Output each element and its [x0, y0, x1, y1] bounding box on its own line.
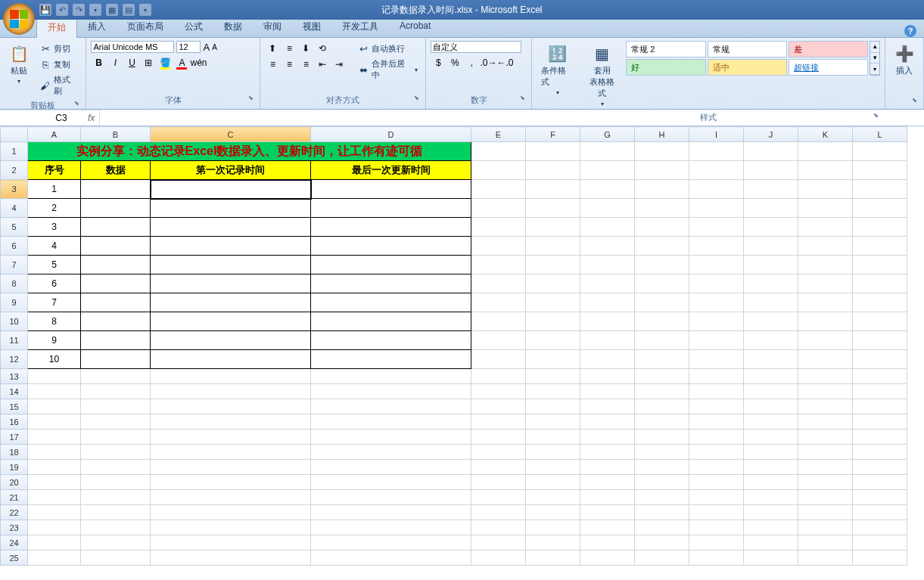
- row-header-12[interactable]: 12: [1, 350, 28, 369]
- cell-B10[interactable]: [81, 312, 151, 331]
- cell-H6[interactable]: [635, 237, 689, 256]
- cell-H11[interactable]: [635, 331, 689, 350]
- cell-F15[interactable]: [526, 399, 580, 414]
- cell-J12[interactable]: [744, 350, 798, 369]
- cell-A3[interactable]: 1: [28, 180, 81, 199]
- gallery-up-icon[interactable]: ▲: [870, 42, 879, 53]
- cell-A6[interactable]: 4: [28, 237, 81, 256]
- cell-D15[interactable]: [311, 399, 471, 414]
- cell-F9[interactable]: [526, 293, 580, 312]
- style-hyperlink[interactable]: 超链接: [789, 59, 868, 76]
- cell-C3[interactable]: [151, 180, 311, 199]
- format-as-table-button[interactable]: ▦ 套用 表格格式▾: [581, 41, 623, 110]
- cell-C18[interactable]: [151, 445, 311, 460]
- cell-L16[interactable]: [853, 414, 907, 430]
- cell-K9[interactable]: [798, 293, 853, 312]
- cell-K16[interactable]: [798, 414, 853, 430]
- cell-B19[interactable]: [81, 460, 151, 475]
- cell-K5[interactable]: [798, 218, 853, 237]
- cell-H10[interactable]: [635, 312, 689, 331]
- cell-I15[interactable]: [689, 399, 744, 414]
- row-header-13[interactable]: 13: [1, 369, 28, 384]
- cell-G24[interactable]: [580, 535, 635, 551]
- cell-H18[interactable]: [635, 445, 689, 460]
- cell-E10[interactable]: [471, 312, 526, 331]
- cell-B15[interactable]: [81, 399, 151, 414]
- cell-E20[interactable]: [471, 475, 526, 490]
- cell-G22[interactable]: [580, 505, 635, 520]
- cell-H2[interactable]: [635, 161, 689, 180]
- cell-G6[interactable]: [580, 237, 635, 256]
- cell-F22[interactable]: [526, 505, 580, 520]
- merge-center-button[interactable]: ⬌合并后居中▾: [354, 57, 421, 82]
- shrink-font-button[interactable]: A: [212, 43, 217, 51]
- cell-K1[interactable]: [798, 142, 853, 161]
- row-header-14[interactable]: 14: [1, 384, 28, 399]
- cell-C24[interactable]: [151, 535, 311, 551]
- cell-J17[interactable]: [744, 430, 798, 445]
- cell-C6[interactable]: [151, 237, 311, 256]
- worksheet-grid[interactable]: ABCDEFGHIJKL1实例分享：动态记录Excel数据录入、更新时间，让工作…: [0, 126, 924, 580]
- cell-E16[interactable]: [471, 414, 526, 430]
- cell-C17[interactable]: [151, 430, 311, 445]
- cell-B8[interactable]: [81, 274, 151, 293]
- cell-D23[interactable]: [311, 520, 471, 535]
- tab-开发工具[interactable]: 开发工具: [331, 17, 389, 37]
- cell-G3[interactable]: [580, 180, 635, 199]
- style-bad[interactable]: 差: [789, 41, 868, 57]
- cell-F3[interactable]: [526, 180, 580, 199]
- cell-F7[interactable]: [526, 256, 580, 274]
- cell-B14[interactable]: [81, 384, 151, 399]
- cell-J19[interactable]: [744, 460, 798, 475]
- cell-B16[interactable]: [81, 414, 151, 430]
- cell-K6[interactable]: [798, 237, 853, 256]
- cell-B23[interactable]: [81, 520, 151, 535]
- cell-E9[interactable]: [471, 293, 526, 312]
- cell-I21[interactable]: [689, 490, 744, 505]
- cell-B20[interactable]: [81, 475, 151, 490]
- cell-I12[interactable]: [689, 350, 744, 369]
- col-header-C[interactable]: C: [151, 127, 311, 142]
- cell-D12[interactable]: [311, 350, 471, 369]
- cell-L23[interactable]: [853, 520, 907, 535]
- cell-D4[interactable]: [311, 199, 471, 218]
- col-header-B[interactable]: B: [81, 127, 151, 142]
- cell-L9[interactable]: [853, 293, 907, 312]
- cell-F8[interactable]: [526, 274, 580, 293]
- cell-F13[interactable]: [526, 369, 580, 384]
- cell-A25[interactable]: [28, 551, 81, 566]
- cut-button[interactable]: ✂剪切: [36, 41, 81, 56]
- cell-E8[interactable]: [471, 274, 526, 293]
- cell-L8[interactable]: [853, 274, 907, 293]
- cell-J20[interactable]: [744, 475, 798, 490]
- cell-G8[interactable]: [580, 274, 635, 293]
- cell-K14[interactable]: [798, 384, 853, 399]
- cell-K2[interactable]: [798, 161, 853, 180]
- cell-C20[interactable]: [151, 475, 311, 490]
- align-middle-button[interactable]: ≡: [282, 41, 297, 56]
- cell-L10[interactable]: [853, 312, 907, 331]
- cell-I23[interactable]: [689, 520, 744, 535]
- undo-icon[interactable]: ↶: [56, 4, 68, 16]
- row-header-19[interactable]: 19: [1, 460, 28, 475]
- cell-C12[interactable]: [151, 350, 311, 369]
- cell-D19[interactable]: [311, 460, 471, 475]
- gallery-down-icon[interactable]: ▼: [870, 53, 879, 64]
- cell-D21[interactable]: [311, 490, 471, 505]
- cell-H5[interactable]: [635, 218, 689, 237]
- cell-I24[interactable]: [689, 535, 744, 551]
- align-top-button[interactable]: ⬆: [265, 41, 280, 56]
- cell-A18[interactable]: [28, 445, 81, 460]
- cell-K3[interactable]: [798, 180, 853, 199]
- cell-I14[interactable]: [689, 384, 744, 399]
- cell-G17[interactable]: [580, 430, 635, 445]
- cell-K22[interactable]: [798, 505, 853, 520]
- cell-title[interactable]: 实例分享：动态记录Excel数据录入、更新时间，让工作有迹可循: [28, 142, 471, 161]
- col-header-H[interactable]: H: [635, 127, 689, 142]
- cell-I10[interactable]: [689, 312, 744, 331]
- cell-G25[interactable]: [580, 551, 635, 566]
- cell-I6[interactable]: [689, 237, 744, 256]
- cell-D9[interactable]: [311, 293, 471, 312]
- row-header-9[interactable]: 9: [1, 293, 28, 312]
- inc-decimal-button[interactable]: .0→: [481, 55, 496, 70]
